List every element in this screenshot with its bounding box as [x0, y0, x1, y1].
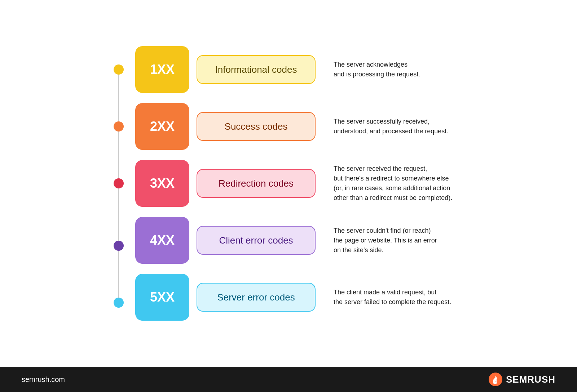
timeline-dot-5xx: [114, 298, 124, 308]
description-5xx: The client made a valid request, butthe …: [334, 288, 463, 307]
row-3xx: 3XXRedirection codesThe server received …: [135, 160, 463, 207]
row-2xx: 2XXSuccess codesThe server successfully …: [135, 103, 463, 150]
footer-url: semrush.com: [22, 375, 65, 384]
label-box-4xx: Client error codes: [197, 226, 316, 255]
description-2xx: The server successfully received,underst…: [334, 117, 463, 136]
code-box-3xx: 3XX: [135, 160, 189, 207]
code-box-1xx: 1XX: [135, 46, 189, 93]
timeline-segment-0: [118, 75, 119, 121]
label-box-3xx: Redirection codes: [197, 169, 316, 198]
label-box-5xx: Server error codes: [197, 283, 316, 312]
row-5xx: 5XXServer error codesThe client made a v…: [135, 274, 463, 321]
timeline-dot-2xx: [114, 121, 124, 132]
footer: semrush.com SEMRUSH: [0, 367, 577, 392]
description-1xx: The server acknowledgesand is processing…: [334, 60, 463, 79]
timeline-segment-1: [118, 132, 119, 178]
description-4xx: The server couldn't find (or reach)the p…: [334, 226, 463, 255]
semrush-brand-text: SEMRUSH: [506, 374, 555, 385]
timeline-dot-1xx: [114, 64, 124, 75]
row-4xx: 4XXClient error codesThe server couldn't…: [135, 217, 463, 264]
description-3xx: The server received the request,but ther…: [334, 164, 463, 203]
timeline-segment-3: [118, 251, 119, 298]
semrush-logo-icon: [489, 373, 502, 386]
diagram: 1XXInformational codesThe server acknowl…: [114, 46, 463, 321]
code-box-5xx: 5XX: [135, 274, 189, 321]
footer-logo: SEMRUSH: [489, 373, 555, 386]
row-1xx: 1XXInformational codesThe server acknowl…: [135, 46, 463, 93]
label-box-1xx: Informational codes: [197, 55, 316, 84]
rows-container: 1XXInformational codesThe server acknowl…: [135, 46, 463, 321]
code-box-4xx: 4XX: [135, 217, 189, 264]
timeline: [114, 46, 124, 308]
timeline-dot-3xx: [114, 178, 124, 188]
timeline-dot-4xx: [114, 241, 124, 251]
code-box-2xx: 2XX: [135, 103, 189, 150]
label-box-2xx: Success codes: [197, 112, 316, 141]
main-content: 1XXInformational codesThe server acknowl…: [0, 0, 577, 367]
timeline-segment-2: [118, 188, 119, 241]
